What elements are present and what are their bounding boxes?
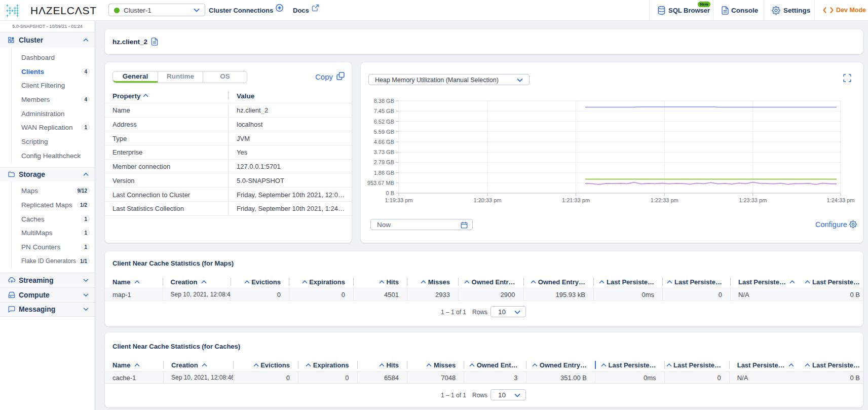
svg-text:7.45 GB: 7.45 GB <box>374 108 394 114</box>
svg-text:1.86 GB: 1.86 GB <box>374 170 394 176</box>
svg-text:1:22:33 pm: 1:22:33 pm <box>651 197 678 203</box>
svg-text:4.66 GB: 4.66 GB <box>374 139 394 145</box>
svg-text:1:24:33 pm: 1:24:33 pm <box>826 197 854 203</box>
svg-text:8.38 GB: 8.38 GB <box>374 98 394 104</box>
svg-text:0 B: 0 B <box>386 190 394 196</box>
svg-text:3.73 GB: 3.73 GB <box>374 149 394 155</box>
svg-text:6.52 GB: 6.52 GB <box>374 119 394 125</box>
svg-text:1:19:33 pm: 1:19:33 pm <box>385 197 412 203</box>
svg-text:953.67 MB: 953.67 MB <box>367 180 394 186</box>
svg-text:1:21:33 pm: 1:21:33 pm <box>562 197 590 203</box>
svg-text:2.79 GB: 2.79 GB <box>374 159 394 165</box>
svg-text:5.59 GB: 5.59 GB <box>374 129 394 135</box>
svg-text:1:20:33 pm: 1:20:33 pm <box>473 197 501 203</box>
svg-text:1:23:33 pm: 1:23:33 pm <box>739 197 767 203</box>
